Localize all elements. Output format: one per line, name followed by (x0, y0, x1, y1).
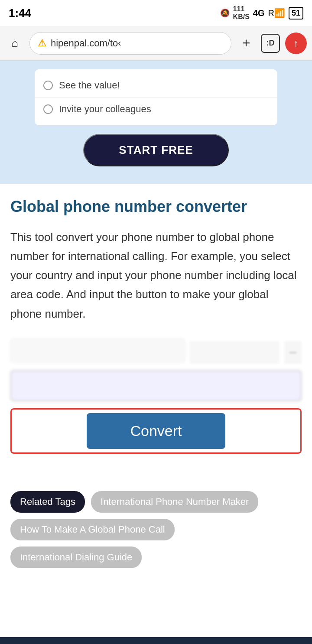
promo-banner: See the value! Invite your colleagues ST… (0, 61, 312, 184)
tags-row-1: Related Tags International Phone Number … (10, 491, 302, 513)
url-bar[interactable]: ⚠ hipenpal.com/to‹ (29, 32, 231, 55)
new-tab-button[interactable]: + (237, 34, 256, 53)
status-bar: 1:44 🔕 111KB/S 4G R📶 51 (0, 0, 312, 26)
status-icons: 🔕 111KB/S 4G R📶 51 (220, 5, 303, 21)
tag-international-phone-number-maker[interactable]: International Phone Number Maker (91, 491, 258, 513)
phone-input-blurred[interactable] (10, 370, 302, 401)
tab-switcher-label: :D (266, 39, 275, 48)
dropdown-arrow-blurred: — (284, 341, 302, 364)
signal-bars-icon: R📶 (268, 8, 285, 18)
start-free-button[interactable]: START FREE (83, 134, 228, 166)
main-content: Global phone number converter This tool … (0, 184, 312, 482)
page-description: This tool convert your phone number to g… (10, 228, 302, 323)
tags-section: Related Tags International Phone Number … (0, 482, 312, 592)
bottom-navigation-bar (0, 637, 312, 644)
radio-circle-2 (43, 104, 53, 114)
tag-how-to-make-global-call[interactable]: How To Make A Global Phone Call (10, 519, 175, 540)
browser-bar: ⌂ ⚠ hipenpal.com/to‹ + :D ↑ (0, 26, 312, 61)
page-title: Global phone number converter (10, 197, 302, 217)
start-free-label: START FREE (119, 143, 193, 156)
tags-row-2: How To Make A Global Phone Call (10, 519, 302, 540)
warning-icon: ⚠ (38, 38, 46, 49)
tags-row-3: International Dialing Guide (10, 546, 302, 568)
convert-button-wrapper: Convert (10, 408, 302, 454)
country-select-blurred[interactable] (10, 339, 185, 362)
tag-international-dialing-guide[interactable]: International Dialing Guide (10, 546, 142, 568)
tab-switcher-button[interactable]: :D (261, 34, 280, 53)
url-text: hipenpal.com/to‹ (51, 38, 121, 49)
silent-icon: 🔕 (220, 8, 230, 18)
promo-option-2-label: Invite your colleagues (59, 104, 151, 115)
promo-option-2: Invite your colleagues (35, 98, 277, 121)
convert-button-label: Convert (130, 423, 182, 439)
convert-button[interactable]: Convert (87, 413, 225, 449)
battery-indicator: 51 (289, 7, 303, 20)
speed-indicator: 111KB/S (233, 5, 250, 21)
extra-field-blurred (189, 341, 280, 364)
promo-option-1-label: See the value! (59, 80, 120, 91)
upload-button[interactable]: ↑ (285, 33, 307, 54)
radio-circle-1 (43, 81, 53, 90)
network-icon: 4G (253, 8, 265, 18)
related-tags-label: Related Tags (10, 491, 85, 513)
home-button[interactable]: ⌂ (5, 34, 24, 53)
promo-options-card: See the value! Invite your colleagues (35, 69, 277, 125)
promo-option-1: See the value! (35, 74, 277, 98)
form-section: — Convert (10, 339, 302, 454)
status-time: 1:44 (9, 7, 31, 20)
